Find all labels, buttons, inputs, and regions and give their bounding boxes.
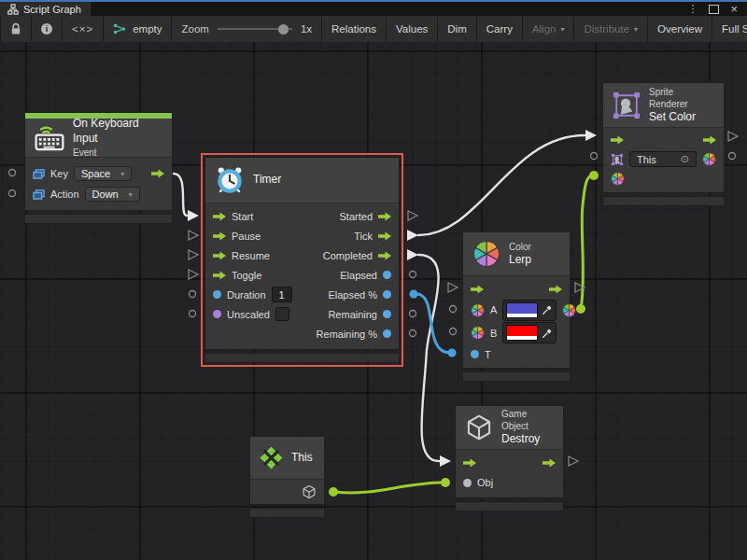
exec-input-port[interactable] <box>213 251 226 260</box>
node-destroy[interactable]: Game Object Destroy Obj <box>455 405 564 511</box>
game-object-output-port[interactable] <box>302 484 317 499</box>
port-destroy-exec-connected[interactable] <box>440 455 451 467</box>
timer-input-pause[interactable]: Pause <box>205 226 300 245</box>
timer-output-tick[interactable]: Tick <box>309 226 399 245</box>
port-lerp-exec-outer[interactable] <box>448 283 458 292</box>
exec-output-port[interactable] <box>543 458 556 468</box>
exec-output-port[interactable] <box>378 251 391 260</box>
eyedropper-icon[interactable] <box>542 328 553 339</box>
object-input-port[interactable] <box>463 479 472 487</box>
timer-input-unscaled[interactable]: Unscaled <box>205 304 300 324</box>
port-lerp-a-outer[interactable] <box>450 306 457 313</box>
timer-output-started[interactable]: Started <box>309 206 399 226</box>
port-lerp-color-connected[interactable] <box>576 304 585 314</box>
eyedropper-icon[interactable] <box>542 304 553 315</box>
setcolor-target-row[interactable]: This ⊙ <box>603 149 724 169</box>
exec-input-port[interactable] <box>213 231 226 241</box>
value-input-port[interactable] <box>471 350 479 358</box>
wire-timer-tick-to-setcolor[interactable] <box>418 135 585 235</box>
port-elapsedpct-connected[interactable] <box>410 290 418 299</box>
dim-button[interactable]: Dim <box>438 16 476 42</box>
node-this[interactable]: This <box>249 436 325 518</box>
timer-input-duration[interactable]: Duration 1 <box>205 285 300 304</box>
exec-input-port[interactable] <box>611 135 624 145</box>
port-resume-outer[interactable] <box>189 250 198 259</box>
lerp-input-b[interactable]: B <box>463 321 570 344</box>
color-input-port[interactable] <box>471 326 485 340</box>
values-button[interactable]: Values <box>387 16 438 42</box>
overview-button[interactable]: Overview <box>648 16 712 42</box>
exec-output-port[interactable] <box>703 135 716 145</box>
timer-output-elapsed[interactable]: Elapsed <box>309 265 399 285</box>
port-completed-connected[interactable] <box>407 249 418 260</box>
timer-output-remaining-pct[interactable]: Remaining % <box>309 324 399 343</box>
wire-timer-elapsedpct-to-lerp-t[interactable] <box>416 294 450 353</box>
exec-output-port[interactable] <box>378 231 391 241</box>
timer-input-toggle[interactable]: Toggle <box>205 265 300 285</box>
port-setcolor-value-out-outer[interactable] <box>729 153 736 160</box>
port-lerp-b-outer[interactable] <box>450 329 457 335</box>
port-tick-connected[interactable] <box>407 230 418 241</box>
value-output-port[interactable] <box>383 290 391 299</box>
graph-canvas[interactable]: On Keyboard Input Event Key Space ▾ <box>0 42 747 560</box>
maximize-icon[interactable] <box>709 5 719 14</box>
object-picker-icon[interactable]: ⊙ <box>681 153 689 165</box>
port-setcolor-exec-connected[interactable] <box>585 130 597 141</box>
inspect-button[interactable]: i <box>32 16 63 42</box>
exec-input-port[interactable] <box>463 458 476 468</box>
destroy-exec-row[interactable] <box>456 453 563 472</box>
node-set-color[interactable]: Sprite Renderer Set Color This ⊙ <box>602 82 725 206</box>
node-timer[interactable]: Timer Start Pause R <box>204 157 400 363</box>
color-input-port[interactable] <box>471 303 485 317</box>
setcolor-color-row[interactable] <box>603 169 724 189</box>
port-setcolor-target-outer[interactable] <box>591 153 598 160</box>
timer-output-remaining[interactable]: Remaining <box>309 304 399 324</box>
exec-output-port[interactable] <box>151 169 164 178</box>
color-a-swatch[interactable] <box>502 300 557 321</box>
port-destroy-exec-out-outer[interactable] <box>569 456 578 466</box>
port-key-outer[interactable] <box>9 170 16 176</box>
wire-timer-completed-to-destroy[interactable] <box>418 255 439 461</box>
edit-script-button[interactable]: <×> <box>63 16 104 42</box>
port-toggle-outer[interactable] <box>189 270 198 279</box>
exec-output-port[interactable] <box>378 212 391 221</box>
value-input-port[interactable] <box>213 310 221 318</box>
value-input-port[interactable] <box>213 290 221 299</box>
port-pause-outer[interactable] <box>189 231 198 240</box>
color-output-port[interactable] <box>562 303 576 317</box>
port-elapsed-outer[interactable] <box>410 272 416 278</box>
close-icon[interactable]: × <box>730 3 738 15</box>
port-remainingpct-outer[interactable] <box>410 330 416 337</box>
target-object-field[interactable]: This ⊙ <box>629 151 697 167</box>
action-dropdown[interactable]: Down ▾ <box>85 187 140 202</box>
port-action-outer[interactable] <box>9 190 16 197</box>
timer-input-resume[interactable]: Resume <box>205 245 300 265</box>
window-menu-icon[interactable]: ⋮ <box>687 4 698 14</box>
exec-input-port[interactable] <box>213 271 226 280</box>
port-setcolor-color-connected[interactable] <box>589 171 599 180</box>
key-dropdown[interactable]: Space ▾ <box>74 166 132 181</box>
zoom-slider[interactable] <box>218 28 292 30</box>
port-destroy-obj-connected[interactable] <box>441 478 450 487</box>
timer-output-completed[interactable]: Completed <box>309 245 399 265</box>
node-on-keyboard-input[interactable]: On Keyboard Input Event Key Space ▾ <box>24 112 173 224</box>
setcolor-exec-row[interactable] <box>603 130 724 149</box>
lerp-input-t[interactable]: T <box>463 344 570 364</box>
node-color-lerp[interactable]: Color Lerp A <box>462 231 571 382</box>
value-output-port[interactable] <box>383 271 391 279</box>
exec-output-port[interactable] <box>549 285 562 294</box>
wire-keyboard-to-timer-start[interactable] <box>174 174 187 216</box>
port-start-connected[interactable] <box>188 210 199 221</box>
color-b-swatch[interactable] <box>502 322 557 343</box>
lerp-input-a[interactable]: A <box>463 299 570 321</box>
align-button[interactable]: Align ▾ <box>523 16 575 42</box>
exec-input-port[interactable] <box>213 212 226 221</box>
wire-this-to-destroy-obj[interactable] <box>334 483 444 493</box>
color-output-port[interactable] <box>702 152 716 166</box>
value-output-port[interactable] <box>383 310 391 318</box>
carry-button[interactable]: Carry <box>477 16 523 42</box>
distribute-button[interactable]: Distribute ▾ <box>574 16 648 42</box>
port-this-out-connected[interactable] <box>329 487 338 497</box>
color-input-port[interactable] <box>611 172 625 186</box>
relations-button[interactable]: Relations <box>322 16 387 42</box>
